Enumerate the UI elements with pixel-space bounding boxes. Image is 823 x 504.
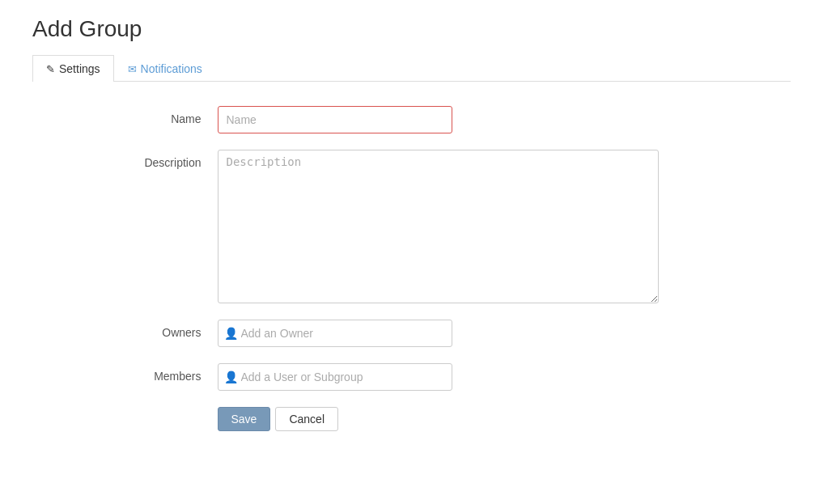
tab-notifications[interactable]: ✉ Notifications <box>114 55 216 82</box>
tab-settings-label: Settings <box>59 62 100 75</box>
form-container: Name Description Owners 👤 Members 👤 Save… <box>104 106 719 431</box>
members-label: Members <box>104 363 218 383</box>
page-title: Add Group <box>32 16 791 42</box>
tabs-container: ✎ Settings ✉ Notifications <box>32 55 791 82</box>
page-container: Add Group ✎ Settings ✉ Notifications Nam… <box>0 0 823 504</box>
save-button[interactable]: Save <box>218 407 271 431</box>
description-row: Description <box>104 150 719 303</box>
description-textarea[interactable] <box>218 150 659 303</box>
name-row: Name <box>104 106 719 133</box>
buttons-row: Save Cancel <box>218 407 719 431</box>
settings-icon: ✎ <box>46 63 55 75</box>
owners-input-wrapper: 👤 <box>218 320 452 347</box>
members-input-wrapper: 👤 <box>218 363 452 391</box>
tab-settings[interactable]: ✎ Settings <box>32 55 114 82</box>
notifications-icon: ✉ <box>128 63 137 75</box>
tab-notifications-label: Notifications <box>141 62 202 75</box>
owners-row: Owners 👤 <box>104 320 719 347</box>
name-input[interactable] <box>218 106 452 133</box>
description-label: Description <box>104 150 218 169</box>
members-row: Members 👤 <box>104 363 719 391</box>
owners-input[interactable] <box>218 320 452 347</box>
cancel-button[interactable]: Cancel <box>275 407 338 431</box>
owners-label: Owners <box>104 320 218 339</box>
name-label: Name <box>104 106 218 125</box>
members-input[interactable] <box>218 363 452 391</box>
